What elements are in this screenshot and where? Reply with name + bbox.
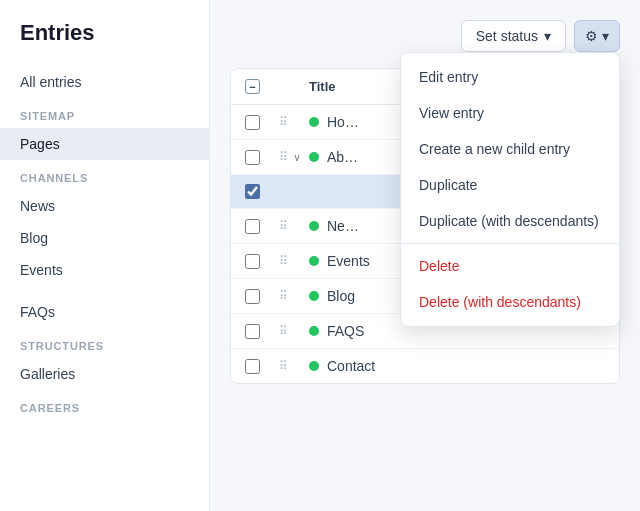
drag-handle-icon[interactable]: ⠿	[273, 359, 293, 373]
sidebar-title: Entries	[0, 20, 209, 66]
sidebar-item-news[interactable]: News	[0, 190, 209, 222]
sidebar-section-sitemap: SITEMAP	[0, 98, 209, 128]
sidebar-item-pages[interactable]: Pages	[0, 128, 209, 160]
dropdown-item-view-entry[interactable]: View entry	[401, 95, 619, 131]
drag-handle-icon[interactable]: ⠿	[273, 115, 293, 129]
set-status-button[interactable]: Set status ▾	[461, 20, 566, 52]
sidebar: Entries All entries SITEMAP Pages CHANNE…	[0, 0, 210, 511]
status-dot-news2	[309, 221, 319, 231]
row-checkbox-home[interactable]	[245, 115, 273, 130]
drag-handle-icon[interactable]: ⠿	[273, 324, 293, 338]
dropdown-divider	[401, 243, 619, 244]
drag-handle-icon[interactable]: ⠿	[273, 254, 293, 268]
set-status-chevron: ▾	[544, 28, 551, 44]
gear-icon: ⚙	[585, 28, 598, 44]
status-dot-faqs	[309, 326, 319, 336]
gear-chevron-icon: ▾	[602, 28, 609, 44]
status-dot-blog	[309, 291, 319, 301]
status-dot-events	[309, 256, 319, 266]
expand-chevron-icon[interactable]: ∨	[293, 151, 309, 164]
row-checkbox-news[interactable]	[245, 184, 273, 199]
drag-handle-icon[interactable]: ⠿	[273, 289, 293, 303]
status-dot-home	[309, 117, 319, 127]
gear-menu-button[interactable]: ⚙ ▾	[574, 20, 620, 52]
row-checkbox-contact[interactable]	[245, 359, 273, 374]
dropdown-item-delete[interactable]: Delete	[401, 248, 619, 284]
sidebar-section-channels: CHANNELS	[0, 160, 209, 190]
toolbar: Set status ▾ ⚙ ▾	[230, 20, 620, 52]
select-all-checkbox-container: −	[245, 79, 273, 94]
context-dropdown: Edit entry View entry Create a new child…	[400, 52, 620, 327]
row-checkbox-events[interactable]	[245, 254, 273, 269]
row-checkbox-about[interactable]	[245, 150, 273, 165]
row-checkbox-faqs[interactable]	[245, 324, 273, 339]
drag-handle-icon[interactable]: ⠿	[273, 150, 293, 164]
select-all-checkbox[interactable]: −	[245, 79, 260, 94]
sidebar-section-structures: STRUCTURES	[0, 328, 209, 358]
sidebar-item-all-entries[interactable]: All entries	[0, 66, 209, 98]
drag-handle-icon[interactable]: ⠿	[273, 219, 293, 233]
row-checkbox-news2[interactable]	[245, 219, 273, 234]
sidebar-item-events[interactable]: Events	[0, 254, 209, 286]
dropdown-item-create-child[interactable]: Create a new child entry	[401, 131, 619, 167]
set-status-label: Set status	[476, 28, 538, 44]
main-content: Set status ▾ ⚙ ▾ − Title ⠿ Ho… ⠿	[210, 0, 640, 511]
dropdown-item-duplicate[interactable]: Duplicate	[401, 167, 619, 203]
dropdown-item-duplicate-descendants[interactable]: Duplicate (with descendants)	[401, 203, 619, 239]
sidebar-section-careers: CAREERS	[0, 390, 209, 420]
sidebar-item-galleries[interactable]: Galleries	[0, 358, 209, 390]
sidebar-item-blog[interactable]: Blog	[0, 222, 209, 254]
dropdown-item-delete-descendants[interactable]: Delete (with descendants)	[401, 284, 619, 320]
dropdown-item-edit-entry[interactable]: Edit entry	[401, 59, 619, 95]
sidebar-item-faqs[interactable]: FAQs	[0, 296, 209, 328]
status-dot-contact	[309, 361, 319, 371]
table-row: ⠿ Contact	[231, 349, 619, 383]
row-title-contact: Contact	[327, 358, 605, 374]
status-dot-about	[309, 152, 319, 162]
row-checkbox-blog[interactable]	[245, 289, 273, 304]
